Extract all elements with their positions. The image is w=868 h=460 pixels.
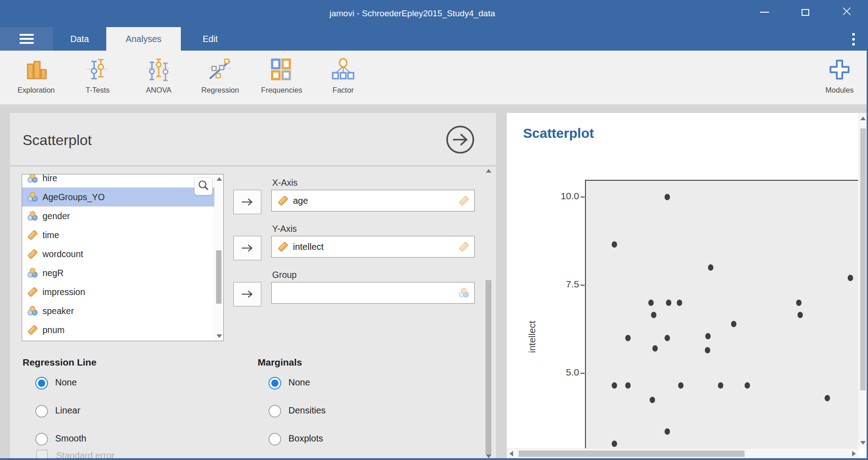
close-button[interactable] — [834, 3, 860, 22]
tab-analyses[interactable]: Analyses — [106, 27, 181, 51]
regression-line-radio-label-smooth[interactable]: Smooth — [55, 433, 86, 444]
variable-label: hire — [42, 174, 57, 183]
scrollbar-thumb[interactable] — [860, 128, 866, 390]
scroll-down-icon[interactable] — [486, 455, 491, 458]
variable-item-hire[interactable]: hire — [22, 174, 215, 188]
field-label-group: Group — [272, 270, 297, 280]
scroll-up-icon[interactable] — [860, 117, 866, 120]
results-title[interactable]: Scatterplot — [523, 126, 594, 141]
options-panel-scrollbar[interactable] — [485, 168, 493, 460]
y-tick-mark — [580, 373, 585, 374]
minimize-button[interactable] — [751, 3, 778, 22]
ribbon-item-t-tests[interactable]: T-Tests — [68, 56, 127, 101]
scrollbar-thumb[interactable] — [486, 280, 491, 455]
marginals-radio-boxplots[interactable] — [269, 433, 281, 446]
marginals-radio-none[interactable] — [269, 377, 281, 390]
ttests-icon — [68, 56, 127, 85]
ribbon-item-label: Regression — [191, 86, 250, 94]
variable-item-wordcount[interactable]: wordcount — [22, 244, 215, 263]
ribbon-item-factor[interactable]: Factor — [314, 56, 373, 101]
variable-label: gender — [42, 211, 70, 221]
field-label-x-axis: X-Axis — [272, 178, 297, 188]
marginals-radio-label-densities[interactable]: Densities — [288, 405, 326, 416]
scroll-right-icon[interactable] — [852, 451, 856, 456]
variable-item-gender[interactable]: gender — [22, 207, 215, 225]
scroll-up-icon[interactable] — [486, 169, 491, 173]
results-vertical-scrollbar[interactable] — [859, 113, 867, 448]
modules-plus-icon — [815, 56, 864, 85]
data-point — [665, 194, 670, 200]
continuous-variable-icon — [277, 241, 289, 253]
regression-line-radio-linear[interactable] — [35, 405, 48, 418]
hamburger-icon — [19, 34, 34, 36]
transfer-button-y-axis[interactable] — [233, 236, 261, 260]
hamburger-menu-button[interactable] — [0, 27, 53, 51]
field-value: age — [293, 196, 308, 206]
exploration-icon — [7, 56, 66, 85]
transfer-button-group[interactable] — [233, 282, 261, 306]
tab-edit[interactable]: Edit — [181, 27, 240, 51]
scatterplot-plot-area — [585, 180, 858, 448]
analyses-ribbon: ExplorationT-TestsANOVARegressionFrequen… — [0, 51, 868, 105]
marginals-radio-densities[interactable] — [269, 405, 281, 418]
panel-header: Scatterplot — [10, 113, 496, 166]
variable-label: pnum — [42, 325, 65, 335]
regression-line-radio-label-linear[interactable]: Linear — [55, 405, 80, 416]
titlebar: jamovi - SchroederEpley2015_Study4_data — [0, 0, 868, 27]
ribbon-item-modules[interactable]: Modules — [815, 56, 864, 101]
ribbon-item-frequencies[interactable]: Frequencies — [252, 56, 311, 101]
variable-item-agegroups-yo[interactable]: AgeGroups_YO — [22, 188, 215, 207]
scroll-down-icon[interactable] — [860, 441, 866, 445]
tab-bar: Data Analyses Edit — [0, 27, 868, 51]
data-point — [825, 395, 830, 401]
nominal-variable-icon — [27, 305, 38, 317]
scroll-left-icon[interactable] — [509, 451, 513, 456]
collapse-panel-arrow-button[interactable] — [445, 125, 475, 155]
marginals-radio-label-boxplots[interactable]: Boxplots — [288, 433, 323, 444]
field-group[interactable] — [271, 282, 475, 304]
scroll-up-icon[interactable] — [217, 177, 222, 181]
search-button[interactable] — [194, 177, 212, 195]
variable-list[interactable]: hireAgeGroups_YOgendertimewordcountnegRi… — [22, 174, 224, 341]
variable-list-scrollbar[interactable] — [214, 174, 223, 341]
tab-data[interactable]: Data — [53, 27, 106, 51]
variable-label: wordcount — [42, 249, 83, 259]
scroll-down-icon[interactable] — [217, 334, 222, 338]
variable-item-impression[interactable]: impression — [22, 282, 215, 301]
variable-label: time — [42, 230, 59, 240]
maximize-button[interactable] — [792, 3, 818, 22]
variable-item-negr[interactable]: negR — [22, 263, 215, 282]
continuous-slot-icon — [458, 195, 470, 207]
transfer-button-x-axis[interactable] — [233, 190, 261, 214]
nominal-variable-icon — [27, 210, 38, 222]
scrollbar-thumb[interactable] — [216, 250, 222, 304]
regression-line-radio-label-none[interactable]: None — [55, 377, 77, 388]
data-point — [625, 335, 631, 341]
results-panel: Scatterplot intellect 10.07.55.0 — [507, 113, 867, 460]
ribbon-item-anova[interactable]: ANOVA — [129, 56, 188, 101]
field-y-axis[interactable]: intellect — [271, 236, 475, 258]
kebab-menu-icon[interactable] — [849, 32, 858, 47]
data-point — [708, 264, 713, 271]
variable-item-pnum[interactable]: pnum — [22, 320, 215, 339]
regression-line-radio-smooth[interactable] — [35, 433, 48, 446]
maximize-icon — [802, 9, 809, 16]
variable-item-time[interactable]: time — [22, 225, 215, 244]
ribbon-item-label: Factor — [314, 86, 373, 94]
window-border — [0, 458, 868, 460]
results-horizontal-scrollbar[interactable] — [507, 448, 859, 458]
variable-label: AgeGroups_YO — [42, 192, 105, 202]
scatterplot-options-panel: Scatterplot hireAgeGroups_YOgendertimewo… — [10, 113, 496, 460]
ribbon-item-regression[interactable]: Regression — [191, 56, 250, 101]
data-point — [705, 347, 710, 353]
ribbon-item-exploration[interactable]: Exploration — [7, 56, 66, 101]
minimize-icon — [760, 12, 769, 13]
ribbon-item-label: Exploration — [7, 86, 66, 94]
marginals-radio-label-none[interactable]: None — [288, 377, 310, 388]
y-tick-label: 10.0 — [534, 191, 579, 203]
panel-title: Scatterplot — [23, 132, 92, 149]
field-x-axis[interactable]: age — [271, 190, 475, 211]
regression-line-radio-none[interactable] — [35, 377, 48, 390]
variable-item-speaker[interactable]: speaker — [22, 301, 215, 320]
scrollbar-thumb[interactable] — [519, 451, 745, 457]
